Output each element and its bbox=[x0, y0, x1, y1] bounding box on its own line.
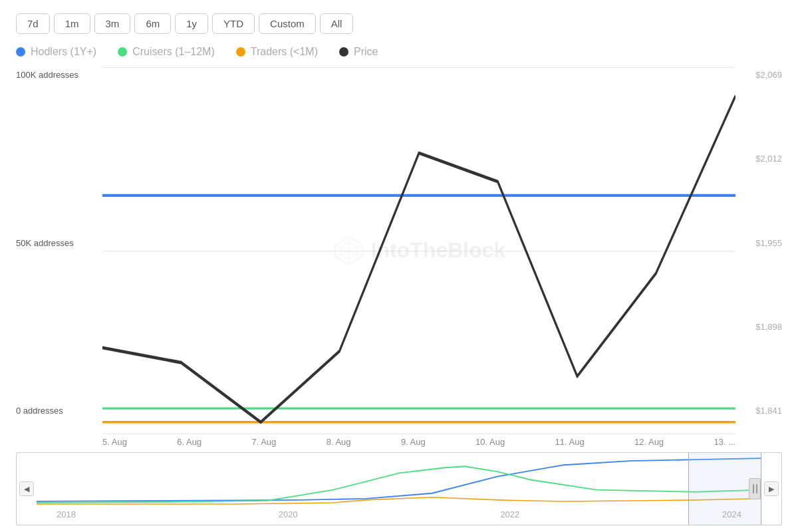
mini-chart[interactable]: ◀ ▶ bbox=[16, 452, 782, 525]
y-axis-right: $2,069 $2,012 $1,955 $1,898 $1,841 bbox=[735, 67, 782, 434]
btn-6m[interactable]: 6m bbox=[134, 13, 171, 34]
btn-custom[interactable]: Custom bbox=[259, 13, 316, 34]
main-chart-wrapper: 100K addresses 50K addresses 0 addresses bbox=[16, 67, 782, 434]
traders-dot bbox=[236, 47, 245, 57]
legend-hodlers: Hodlers (1Y+) bbox=[16, 46, 96, 58]
x-label-7aug: 7. Aug bbox=[251, 437, 276, 447]
x-label-10aug: 10. Aug bbox=[475, 437, 505, 447]
chart-legend: Hodlers (1Y+) Cruisers (1–12M) Traders (… bbox=[16, 46, 782, 58]
legend-price: Price bbox=[339, 46, 378, 58]
grid-line-bottom bbox=[102, 434, 735, 434]
main-container: 7d 1m 3m 6m 1y YTD Custom All Hodlers (1… bbox=[0, 0, 798, 532]
mini-year-labels: 2018 2020 2022 2024 bbox=[57, 509, 741, 519]
handle-line-2 bbox=[756, 484, 757, 493]
mini-nav-right-btn[interactable]: ▶ bbox=[764, 481, 779, 496]
y-label-100k: 100K addresses bbox=[16, 70, 102, 80]
price-dot bbox=[339, 47, 348, 57]
mini-year-2018: 2018 bbox=[57, 509, 76, 519]
hodlers-dot bbox=[16, 47, 25, 57]
price-label: Price bbox=[354, 46, 378, 58]
x-label-6aug: 6. Aug bbox=[177, 437, 201, 447]
y-right-2069: $2,069 bbox=[735, 70, 782, 80]
cruisers-label: Cruisers (1–12M) bbox=[132, 46, 215, 58]
btn-1y[interactable]: 1y bbox=[175, 13, 208, 34]
y-right-1898: $1,898 bbox=[735, 322, 782, 332]
x-label-9aug: 9. Aug bbox=[401, 437, 426, 447]
y-right-1955: $1,955 bbox=[735, 238, 782, 248]
mini-chart-svg bbox=[37, 453, 761, 507]
legend-traders: Traders (<1M) bbox=[236, 46, 318, 58]
handle-line-1 bbox=[753, 484, 754, 493]
handle-lines bbox=[753, 484, 757, 493]
chart-body: IntoTheBlock bbox=[102, 67, 735, 434]
time-range-toolbar: 7d 1m 3m 6m 1y YTD Custom All bbox=[16, 13, 782, 34]
y-right-2012: $2,012 bbox=[735, 154, 782, 164]
x-label-13: 13. ... bbox=[714, 437, 735, 447]
y-label-0: 0 addresses bbox=[16, 406, 102, 416]
btn-all[interactable]: All bbox=[320, 13, 354, 34]
y-right-1841: $1,841 bbox=[735, 406, 782, 416]
btn-3m[interactable]: 3m bbox=[94, 13, 131, 34]
traders-label: Traders (<1M) bbox=[251, 46, 318, 58]
btn-ytd[interactable]: YTD bbox=[212, 13, 255, 34]
mini-year-2022: 2022 bbox=[500, 509, 519, 519]
hodlers-label: Hodlers (1Y+) bbox=[31, 46, 96, 58]
cruisers-dot bbox=[118, 47, 127, 57]
btn-7d[interactable]: 7d bbox=[16, 13, 50, 34]
x-label-5aug: 5. Aug bbox=[102, 437, 127, 447]
x-label-12aug: 12. Aug bbox=[634, 437, 664, 447]
x-label-11aug: 11. Aug bbox=[555, 437, 585, 447]
y-label-50k: 50K addresses bbox=[16, 238, 102, 248]
mini-year-2020: 2020 bbox=[279, 509, 298, 519]
x-axis: 5. Aug 6. Aug 7. Aug 8. Aug 9. Aug 10. A… bbox=[16, 434, 782, 447]
btn-1m[interactable]: 1m bbox=[54, 13, 90, 34]
x-label-8aug: 8. Aug bbox=[327, 437, 351, 447]
main-chart-svg bbox=[102, 67, 735, 434]
legend-cruisers: Cruisers (1–12M) bbox=[118, 46, 215, 58]
mini-year-2024: 2024 bbox=[722, 509, 741, 519]
mini-drag-handle[interactable] bbox=[749, 478, 761, 499]
chart-area: 100K addresses 50K addresses 0 addresses bbox=[16, 67, 782, 525]
mini-nav-left-btn[interactable]: ◀ bbox=[19, 481, 34, 496]
y-axis-left: 100K addresses 50K addresses 0 addresses bbox=[16, 67, 102, 434]
mini-chart-inner: 2018 2020 2022 2024 bbox=[37, 453, 761, 525]
